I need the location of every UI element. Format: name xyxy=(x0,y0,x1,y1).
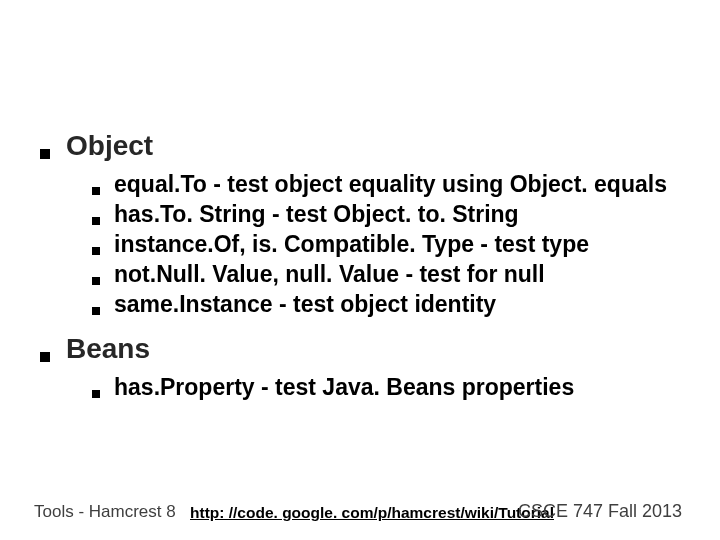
item-text: equal.To - test object equality using Ob… xyxy=(114,170,680,200)
square-bullet-icon xyxy=(92,390,100,398)
square-bullet-icon xyxy=(92,247,100,255)
item-text: instance.Of, is. Compatible. Type - test… xyxy=(114,230,680,260)
item-text: has.To. String - test Object. to. String xyxy=(114,200,680,230)
list-item: has.Property - test Java. Beans properti… xyxy=(92,373,680,403)
item-text: not.Null. Value, null. Value - test for … xyxy=(114,260,680,290)
heading-text: Object xyxy=(66,130,153,162)
heading-text: Beans xyxy=(66,333,150,365)
square-bullet-icon xyxy=(40,352,50,362)
item-text: has.Property - test Java. Beans properti… xyxy=(114,373,680,403)
footer-left: Tools - Hamcrest 8 xyxy=(34,502,176,522)
slide: Object equal.To - test object equality u… xyxy=(0,0,720,540)
beans-items: has.Property - test Java. Beans properti… xyxy=(40,373,680,403)
square-bullet-icon xyxy=(92,277,100,285)
content-area: Object equal.To - test object equality u… xyxy=(40,130,680,417)
section-heading-beans: Beans xyxy=(40,333,680,365)
item-text: same.Instance - test object identity xyxy=(114,290,680,320)
section-heading-object: Object xyxy=(40,130,680,162)
square-bullet-icon xyxy=(40,149,50,159)
list-item: instance.Of, is. Compatible. Type - test… xyxy=(92,230,680,260)
list-item: has.To. String - test Object. to. String xyxy=(92,200,680,230)
list-item: not.Null. Value, null. Value - test for … xyxy=(92,260,680,290)
list-item: equal.To - test object equality using Ob… xyxy=(92,170,680,200)
square-bullet-icon xyxy=(92,307,100,315)
list-item: same.Instance - test object identity xyxy=(92,290,680,320)
footer: Tools - Hamcrest 8 http: //code. google.… xyxy=(0,496,720,522)
square-bullet-icon xyxy=(92,217,100,225)
footer-right: CSCE 747 Fall 2013 xyxy=(518,501,682,522)
footer-link[interactable]: http: //code. google. com/p/hamcrest/wik… xyxy=(190,504,554,522)
object-items: equal.To - test object equality using Ob… xyxy=(40,170,680,319)
square-bullet-icon xyxy=(92,187,100,195)
